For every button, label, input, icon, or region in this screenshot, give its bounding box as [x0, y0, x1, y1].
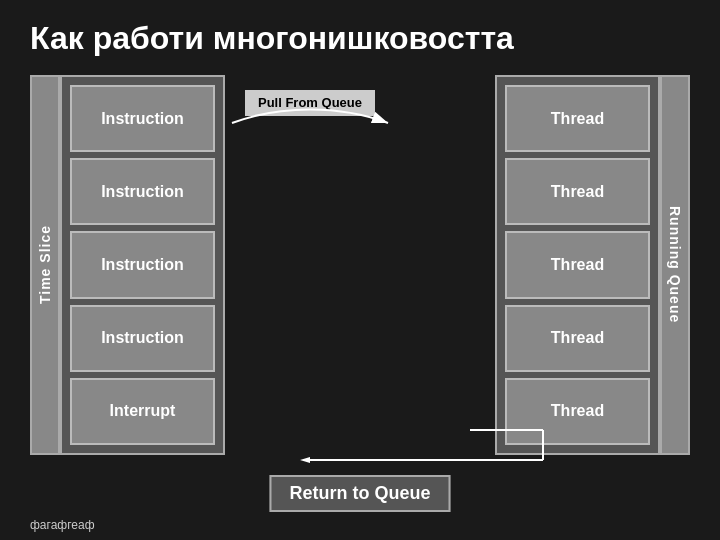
time-slice-label: Time Slice: [30, 75, 60, 455]
slide: Как работи многонишковостта Time Slice I…: [0, 0, 720, 540]
thread-box-2: Thread: [505, 158, 650, 225]
return-to-queue-label: Return to Queue: [269, 475, 450, 512]
footer-label: фагафгеаф: [30, 518, 95, 532]
left-section: Time Slice Instruction Instruction Instr…: [30, 75, 225, 455]
running-queue-label: Running Queue: [660, 75, 690, 455]
instruction-column: Instruction Instruction Instruction Inst…: [60, 75, 225, 455]
thread-box-1: Thread: [505, 85, 650, 152]
thread-box-4: Thread: [505, 305, 650, 372]
main-content: Time Slice Instruction Instruction Instr…: [30, 75, 690, 455]
thread-box-5: Thread: [505, 378, 650, 445]
thread-column: Thread Thread Thread Thread Thread: [495, 75, 660, 455]
interrupt-box: Interrupt: [70, 378, 215, 445]
instruction-box-3: Instruction: [70, 231, 215, 298]
instruction-box-1: Instruction: [70, 85, 215, 152]
instruction-box-4: Instruction: [70, 305, 215, 372]
right-section: Thread Thread Thread Thread Thread Runni…: [495, 75, 690, 455]
svg-marker-7: [300, 457, 310, 463]
slide-title: Как работи многонишковостта: [30, 20, 690, 57]
thread-box-3: Thread: [505, 231, 650, 298]
instruction-box-2: Instruction: [70, 158, 215, 225]
